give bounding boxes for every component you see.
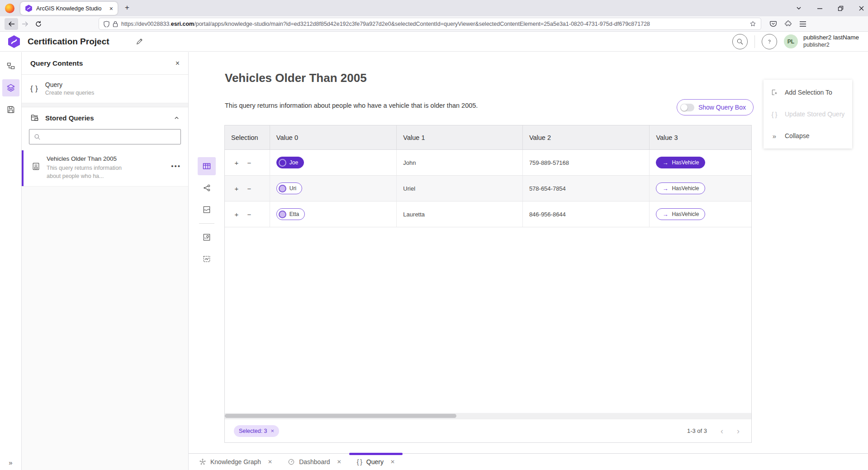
row-range-label: 1-3 of 3 (687, 427, 707, 434)
next-page-chevron-icon[interactable]: › (737, 427, 740, 435)
browser-tabstrip: ArcGIS Knowledge Studio × + (0, 0, 868, 16)
remove-from-selection-button[interactable]: − (246, 159, 253, 167)
cell-value1: Lauretta (397, 201, 523, 227)
project-title: Certification Project (28, 37, 109, 47)
back-button[interactable] (5, 18, 18, 30)
tab-close-icon[interactable]: ✕ (390, 459, 395, 465)
map-view-button[interactable] (198, 201, 216, 219)
query-results-table: SelectionValue 0Value 1Value 2Value 3 +−… (224, 125, 752, 443)
relationship-pill[interactable]: →HasVehicle (656, 208, 705, 220)
stored-query-item[interactable]: Vehicles Older Than 2005 This query retu… (22, 150, 188, 187)
remove-from-selection-button[interactable]: − (246, 211, 253, 218)
table-row: +−JoeJohn759-889-57168→HasVehicle (225, 150, 751, 176)
remove-from-selection-button[interactable]: − (246, 185, 253, 192)
cell-value2: 578-654-7854 (523, 176, 650, 201)
add-selection-icon (770, 89, 778, 96)
arrow-right-icon: → (662, 159, 668, 166)
link-chart-view-button[interactable] (198, 179, 216, 197)
panel-empty-area (22, 187, 188, 470)
browser-tab[interactable]: ArcGIS Knowledge Studio × (20, 2, 118, 15)
entity-pill[interactable]: Uri (276, 182, 302, 194)
window-restore-button[interactable] (838, 5, 844, 11)
new-tab-button[interactable]: + (125, 3, 129, 12)
menu-item-update-stored-query[interactable]: { } Update Stored Query (764, 103, 852, 125)
tab-close-icon[interactable]: ✕ (268, 459, 272, 465)
table-view-button[interactable] (198, 157, 216, 175)
cell-value0: Joe (270, 150, 397, 175)
tab-knowledge-graph[interactable]: Knowledge Graph ✕ (191, 454, 280, 470)
browser-tab-title: ArcGIS Knowledge Studio (36, 5, 107, 12)
edit-title-pencil-icon[interactable] (136, 38, 143, 45)
query-create-item[interactable]: { } Query Create new queries (22, 75, 188, 103)
panel-title: Query Contents (30, 59, 83, 67)
table-empty-area (225, 227, 751, 413)
firefox-logo-icon (5, 4, 14, 13)
entity-pill[interactable]: Joe (276, 157, 304, 168)
table-footer: Selected: 3 × 1-3 of 3 ‹ › (225, 419, 751, 442)
user-avatar[interactable]: PL (784, 34, 798, 48)
arrow-right-icon: → (662, 211, 668, 218)
rail-data-model-button[interactable] (2, 58, 19, 75)
entity-avatar-icon (279, 211, 286, 218)
add-to-selection-button[interactable]: + (233, 159, 240, 167)
add-to-selection-button[interactable]: + (233, 185, 240, 192)
panel-close-icon[interactable]: × (175, 59, 180, 67)
rail-expand-chevrons-icon[interactable]: » (9, 459, 12, 466)
pocket-icon[interactable] (769, 20, 777, 28)
menu-item-add-selection-to[interactable]: Add Selection To (764, 82, 852, 103)
tab-dashboard[interactable]: Dashboard ✕ (280, 454, 349, 470)
cell-selection: +− (225, 176, 270, 201)
user-username: publisher2 (803, 42, 859, 49)
relationship-label: HasVehicle (672, 211, 699, 217)
relationship-label: HasVehicle (672, 159, 699, 166)
stored-queries-folder-icon (30, 113, 39, 122)
forward-button[interactable] (18, 18, 32, 30)
cell-value3: →HasVehicle (650, 201, 751, 227)
table-header-row: SelectionValue 0Value 1Value 2Value 3 (225, 125, 751, 150)
tab-close-icon[interactable]: × (109, 5, 113, 12)
cell-selection: +− (225, 201, 270, 227)
window-close-button[interactable] (859, 5, 864, 11)
relationship-pill[interactable]: →HasVehicle (656, 182, 705, 194)
search-button[interactable] (732, 34, 748, 49)
selected-count-chip[interactable]: Selected: 3 × (234, 425, 279, 437)
entity-pill[interactable]: Etta (276, 208, 305, 220)
query-viewer-main: Vehicles Older Than 2005 This query retu… (189, 52, 868, 470)
list-tabs-chevron-icon[interactable] (796, 5, 802, 11)
rail-contents-layers-button[interactable] (2, 79, 19, 96)
stored-queries-search-input[interactable] (45, 134, 176, 140)
add-to-map-button[interactable] (198, 228, 216, 246)
user-info[interactable]: publisher2 lastName publisher2 (803, 34, 859, 49)
extensions-puzzle-icon[interactable] (784, 20, 792, 28)
relationship-pill[interactable]: →HasVehicle (656, 157, 705, 168)
url-bar[interactable]: https://dev0028833.esri.com/portal/apps/… (99, 18, 761, 30)
rail-save-button[interactable] (2, 101, 19, 118)
braces-icon: { } (30, 84, 38, 93)
cell-value1: Uriel (397, 176, 523, 201)
bookmark-star-icon[interactable] (749, 20, 756, 27)
tab-close-icon[interactable]: ✕ (337, 459, 342, 465)
horizontal-scrollbar[interactable] (225, 413, 751, 419)
stored-query-options-ellipsis-icon[interactable]: ••• (171, 162, 181, 170)
stored-queries-header[interactable]: Stored Queries (22, 107, 188, 128)
help-button[interactable] (762, 34, 777, 49)
selection-tool-button[interactable] (198, 250, 216, 268)
window-minimize-button[interactable] (817, 5, 823, 11)
shield-icon[interactable] (104, 21, 109, 27)
reload-button[interactable] (32, 18, 45, 30)
cell-value1: John (397, 150, 523, 175)
show-query-box-toggle[interactable]: Show Query Box (677, 99, 754, 115)
page-title: Vehicles Older Than 2005 (225, 71, 367, 85)
tab-query[interactable]: { } Query ✕ (349, 454, 403, 470)
clear-selection-icon[interactable]: × (271, 427, 275, 434)
lock-icon[interactable] (113, 21, 118, 27)
braces-icon: { } (770, 110, 778, 118)
previous-page-chevron-icon[interactable]: ‹ (721, 427, 723, 435)
add-to-selection-button[interactable]: + (233, 211, 240, 218)
scrollbar-thumb[interactable] (225, 414, 456, 418)
left-rail: » (0, 52, 22, 470)
menu-hamburger-icon[interactable] (799, 21, 806, 27)
stored-queries-search-box[interactable] (29, 129, 181, 144)
menu-item-collapse[interactable]: » Collapse (764, 125, 852, 147)
chevron-up-icon[interactable] (174, 115, 180, 121)
